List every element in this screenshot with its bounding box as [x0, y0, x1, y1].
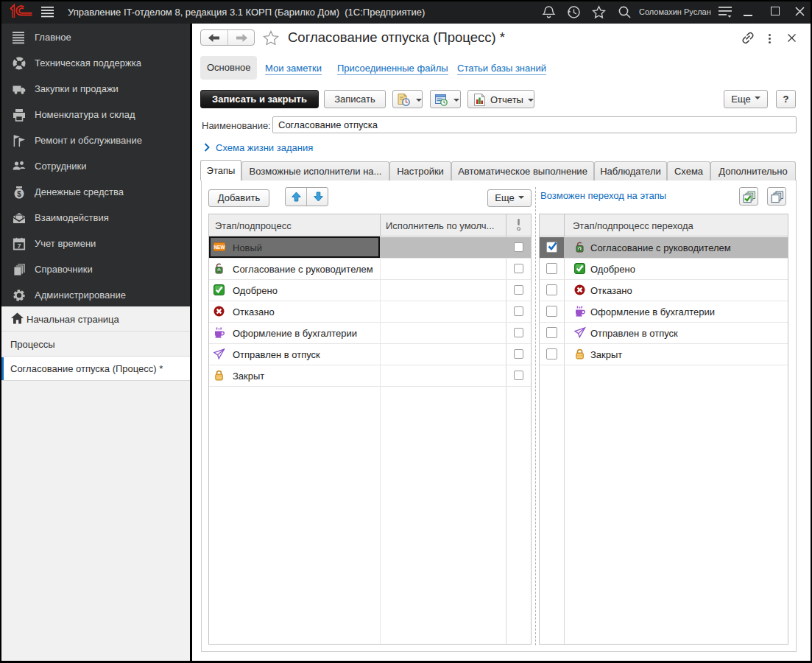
svg-text:NEW: NEW: [213, 245, 225, 250]
svg-text:7: 7: [17, 242, 21, 250]
svg-text:$: $: [17, 190, 21, 198]
